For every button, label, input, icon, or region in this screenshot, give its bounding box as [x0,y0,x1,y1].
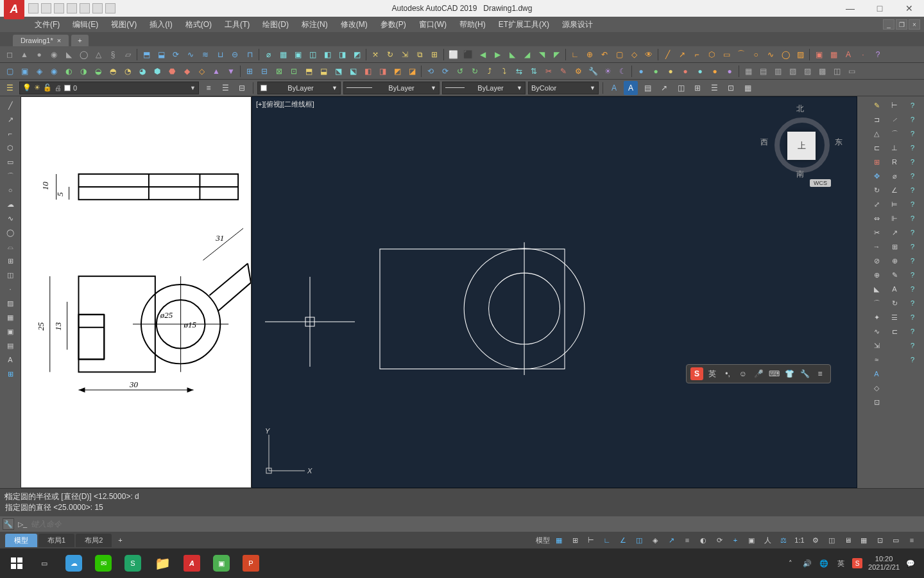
tool-sectionplane-icon[interactable]: ◧ [320,48,334,62]
misc-style-icon[interactable]: ⊡ [724,81,738,95]
dim-angular-icon[interactable]: ∠ [887,184,902,197]
tool-polyline-icon[interactable]: ⌐ [690,48,704,62]
status-model[interactable]: 模型 [536,534,550,547]
tool-ucs-obj-icon[interactable]: ◇ [627,48,641,62]
ime-lang[interactable]: 英 [706,367,719,380]
tool-3dmirror-icon[interactable]: ⧉ [413,48,427,62]
spline-icon[interactable]: ∿ [3,212,17,225]
rotate-icon[interactable]: ↻ [869,184,884,197]
help-icon[interactable]: ? [905,141,920,154]
help-icon[interactable]: ? [905,325,920,338]
layer-props-icon[interactable]: ☰ [3,81,17,95]
drawing-canvas[interactable]: [+][俯视][二维线框] 上 北 南 [252,96,857,488]
qat-undo-icon[interactable] [92,3,103,13]
t2-icon[interactable]: ◫ [830,64,844,78]
gradient-icon[interactable]: ▦ [3,311,17,324]
misc-icon[interactable]: ◇ [869,381,884,394]
t2-icon[interactable]: ◔ [121,64,135,78]
t2-icon[interactable]: ● [723,64,737,78]
tool-cone-icon[interactable]: ▲ [17,48,31,62]
tool-ucs-icon[interactable]: ∟ [568,48,582,62]
otrack-icon[interactable]: ↗ [664,534,678,547]
tool-helix-icon[interactable]: § [106,48,120,62]
menu-dimension[interactable]: 标注(N) [295,17,334,32]
reference-image-pane[interactable]: 10 5 31 [21,96,252,488]
taskbar-app-green[interactable]: ▣ [207,550,236,576]
qat-redo-icon[interactable] [105,3,116,13]
tray-ime[interactable]: 英 [835,557,846,569]
join-icon[interactable]: ⊕ [869,268,884,281]
t2-icon[interactable]: ✂ [542,64,556,78]
cycling-icon[interactable]: ⟳ [712,534,726,547]
help-icon[interactable]: ? [905,170,920,182]
layer-combo[interactable]: 💡 ☀ 🔓 🖨 0 ▼ [19,82,199,94]
tool-section-icon[interactable]: ◫ [305,48,320,62]
doc-min-button[interactable]: _ [883,19,894,30]
qat-plot-icon[interactable] [80,3,90,13]
dyn-icon[interactable]: + [728,534,742,547]
linetype-combo[interactable]: ByLayer▼ [343,82,440,94]
tool-3drotate-icon[interactable]: ↻ [383,48,397,62]
tool-view-front-icon[interactable]: ⬛ [461,48,475,62]
t2-icon[interactable]: ◧ [361,64,375,78]
cmd-history-close-icon[interactable]: × [4,491,8,502]
help-icon[interactable]: ? [905,127,920,140]
t2-icon[interactable]: ⬒ [302,64,316,78]
dim-style-icon[interactable]: A [624,81,638,95]
t2-icon[interactable]: ⟲ [424,64,438,78]
table-style-icon[interactable]: ▤ [640,81,654,95]
lwt-icon[interactable]: ≡ [680,534,694,547]
t2-icon[interactable]: ☾ [615,64,629,78]
doc-restore-button[interactable]: ❐ [896,19,907,30]
tray-notification-icon[interactable]: 💬 [905,557,916,569]
taskbar-app-ppt[interactable]: P [236,550,266,576]
viewcube[interactable]: 上 北 南 西 东 WCS [767,103,837,187]
dim-aligned-icon[interactable]: ⟋ [887,113,902,126]
t2-icon[interactable]: ◐ [62,64,76,78]
t2-icon[interactable]: ▲ [209,64,223,78]
color-combo[interactable]: ByLayer▼ [257,82,341,94]
sogou-icon[interactable]: S [690,367,703,380]
mirror-icon[interactable]: △ [869,127,884,140]
t2-icon[interactable]: ● [634,64,648,78]
tool-view-left-icon[interactable]: ◀ [475,48,490,62]
t2-icon[interactable]: ▨ [800,64,814,78]
qat-new-icon[interactable] [28,3,38,13]
point-icon[interactable]: · [3,283,17,295]
layer-tool-icon[interactable]: ≡ [201,81,216,95]
transparency-icon[interactable]: ◐ [696,534,710,547]
menu-help[interactable]: 帮助(H) [453,17,492,32]
t2-icon[interactable]: ⟳ [438,64,452,78]
addselect-icon[interactable]: ⊞ [3,367,17,380]
insertblock-icon[interactable]: ⊞ [3,254,17,267]
taskbar-app-cloud[interactable]: ☁ [59,550,89,576]
scale-icon[interactable]: ⤢ [869,198,884,211]
ime-voice-icon[interactable]: 🎤 [752,367,765,380]
table-icon[interactable]: ▤ [3,339,17,352]
t2-icon[interactable]: ▦ [741,64,755,78]
t2-icon[interactable]: ⬕ [346,64,360,78]
t2-icon[interactable]: ◓ [106,64,120,78]
tool-region-icon[interactable]: ▣ [812,48,826,62]
menu-format[interactable]: 格式(O) [179,17,218,32]
menu-view[interactable]: 视图(V) [105,17,143,32]
menu-draw[interactable]: 绘图(D) [256,17,295,32]
tool-view-iso-ne-icon[interactable]: ◥ [535,48,549,62]
tool-hatch-icon[interactable]: ▨ [793,48,807,62]
dimupdate-icon[interactable]: ↻ [887,297,902,310]
tool-spline-icon[interactable]: ∿ [764,48,778,62]
t2-icon[interactable]: 🔧 [586,64,600,78]
custom-icon[interactable]: ≡ [905,534,919,547]
ortho-icon[interactable]: ∟ [600,534,614,547]
ime-emoji-icon[interactable]: ☺ [737,367,749,380]
annoscale-icon[interactable]: ⚖ [776,534,791,547]
polar-icon[interactable]: ∠ [616,534,630,547]
t2-icon[interactable]: ↺ [453,64,467,78]
t2-icon[interactable]: ▩ [815,64,829,78]
ellipse-icon[interactable]: ◯ [3,226,17,239]
qdim-icon[interactable]: ⊏ [887,325,902,338]
menu-modify[interactable]: 修改(M) [334,17,374,32]
vertical-scrollbar[interactable] [857,96,868,488]
t2-icon[interactable]: ⬓ [316,64,330,78]
t2-icon[interactable]: ◕ [135,64,150,78]
